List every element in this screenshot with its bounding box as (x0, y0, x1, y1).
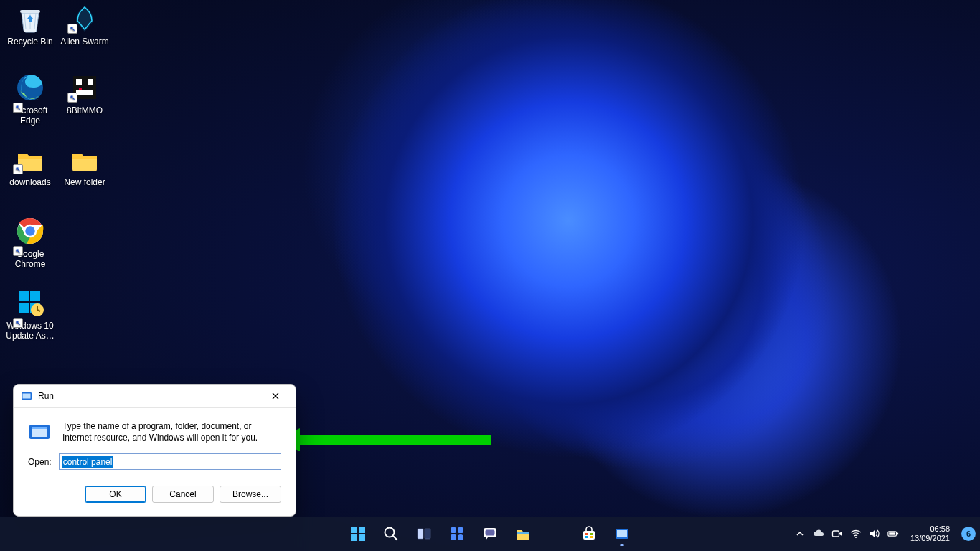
taskbar: 06:58 13/09/2021 6 (0, 517, 980, 551)
run-icon (21, 390, 32, 402)
taskbar-clock[interactable]: 06:58 13/09/2021 (910, 524, 950, 543)
taskbar-start-button[interactable] (344, 519, 372, 548)
run-icon (614, 526, 630, 542)
run-app-icon (28, 420, 51, 443)
svg-rect-36 (583, 531, 595, 540)
start-icon (349, 525, 367, 542)
search-icon (383, 526, 399, 542)
taskbar-file-explorer-button[interactable] (509, 519, 537, 548)
svg-rect-31 (458, 534, 463, 540)
svg-rect-47 (889, 532, 895, 535)
shortcut-overlay-icon (13, 246, 23, 256)
svg-point-44 (855, 537, 857, 538)
svg-rect-30 (451, 534, 456, 540)
svg-rect-22 (359, 527, 365, 533)
shortcut-overlay-icon (13, 318, 23, 328)
svg-rect-33 (486, 530, 495, 536)
widgets-icon (449, 526, 465, 542)
task-view-icon (416, 526, 432, 542)
run-title: Run (38, 391, 261, 401)
run-dialog: Run Type the name of a program, folder, … (13, 384, 296, 517)
svg-rect-17 (23, 393, 31, 398)
desktop-icon-new-folder[interactable]: New folder (57, 143, 112, 187)
svg-rect-11 (30, 291, 40, 301)
desktop-icon-label: Microsoft Edge (3, 105, 57, 126)
taskbar-widgets-button[interactable] (443, 519, 471, 548)
recycle-bin-icon (14, 3, 46, 34)
open-input-value: control panel (62, 456, 113, 468)
taskbar-edge-button[interactable] (542, 519, 570, 548)
svg-rect-12 (19, 303, 29, 313)
svg-rect-27 (425, 529, 430, 539)
onedrive-icon[interactable] (813, 528, 824, 540)
open-label: Open: (28, 457, 52, 467)
desktop-icon-label: downloads (3, 177, 57, 187)
run-message: Type the name of a program, folder, docu… (62, 420, 281, 443)
taskbar-center (344, 519, 636, 548)
svg-rect-34 (517, 532, 529, 534)
svg-rect-38 (590, 533, 593, 535)
meet-now-icon[interactable] (831, 528, 843, 540)
notification-badge[interactable]: 6 (961, 527, 976, 541)
store-icon (581, 526, 597, 542)
desktop-icon-recycle-bin[interactable]: Recycle Bin (3, 3, 57, 47)
run-titlebar[interactable]: Run (14, 385, 296, 408)
desktop-icon-label: New folder (57, 177, 112, 187)
open-input[interactable]: control panel (59, 453, 281, 470)
desktop-icon-label: Windows 10 Update As… (3, 321, 57, 341)
taskbar-run-button[interactable] (608, 519, 636, 548)
browse-button[interactable]: Browse... (220, 486, 281, 503)
win10ua-icon (14, 287, 46, 319)
taskbar-task-view-button[interactable] (410, 519, 438, 548)
desktop-icon-label: Google Chrome (3, 249, 57, 269)
svg-rect-6 (79, 88, 82, 90)
tray-chevron-icon[interactable] (794, 528, 806, 540)
desktop-icon-downloads[interactable]: downloads (3, 143, 57, 187)
desktop-icon-edge[interactable]: Microsoft Edge (3, 72, 57, 126)
svg-rect-40 (590, 536, 593, 538)
shortcut-overlay-icon (13, 103, 23, 113)
clock-date: 13/09/2021 (910, 534, 950, 543)
desktop-icon-label: Alien Swarm (57, 37, 112, 47)
ok-button[interactable]: OK (85, 486, 146, 503)
svg-rect-37 (585, 533, 588, 535)
shortcut-overlay-icon (13, 164, 23, 174)
close-button[interactable] (261, 386, 290, 406)
desktop-icon-label: 8BitMMO (57, 105, 112, 116)
svg-rect-21 (351, 527, 357, 533)
clock-time: 06:58 (910, 524, 950, 534)
svg-point-25 (385, 528, 395, 537)
shortcut-overlay-icon (67, 93, 77, 103)
desktop-icon-alien-swarm[interactable]: Alien Swarm (57, 3, 112, 47)
new-folder-icon (69, 143, 100, 175)
volume-icon[interactable] (869, 528, 880, 540)
desktop-icon-chrome[interactable]: Google Chrome (3, 215, 57, 269)
svg-rect-23 (351, 534, 357, 541)
svg-rect-3 (76, 79, 82, 85)
wifi-icon[interactable] (850, 528, 862, 540)
desktop-icon-win10ua[interactable]: Windows 10 Update As… (3, 287, 57, 341)
svg-rect-26 (418, 529, 423, 539)
taskbar-right: 06:58 13/09/2021 6 (794, 524, 976, 543)
shortcut-overlay-icon (67, 24, 77, 34)
svg-rect-29 (458, 527, 463, 533)
chat-icon (482, 526, 498, 542)
taskbar-store-button[interactable] (575, 519, 603, 548)
svg-rect-20 (32, 427, 47, 429)
battery-icon[interactable] (887, 528, 899, 540)
desktop-icon-8bitmmo[interactable]: 8BitMMO (57, 72, 112, 116)
taskbar-chat-button[interactable] (476, 519, 504, 548)
svg-rect-24 (359, 534, 365, 541)
svg-rect-5 (76, 90, 93, 95)
cancel-button[interactable]: Cancel (152, 486, 214, 503)
svg-rect-4 (88, 79, 93, 85)
svg-rect-42 (617, 530, 627, 537)
edge-icon (14, 72, 46, 103)
desktop-icon-label: Recycle Bin (3, 37, 57, 47)
svg-rect-10 (19, 291, 29, 301)
svg-rect-39 (585, 536, 588, 538)
taskbar-search-button[interactable] (377, 519, 405, 548)
file-explorer-icon (515, 526, 531, 542)
chrome-icon (14, 215, 46, 247)
svg-rect-46 (897, 533, 898, 535)
